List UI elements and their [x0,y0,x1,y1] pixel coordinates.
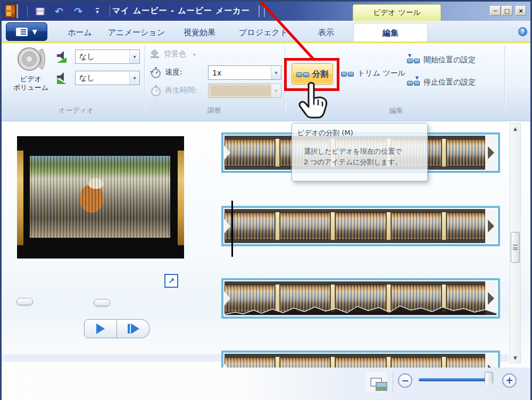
timeline-clip-row[interactable] [221,206,500,246]
background-color-button[interactable]: 背景色 ▾ [149,49,196,59]
ribbon-tab-row: ▼ ホーム アニメーション 視覚効果 プロジェクト 表示 編集 ? [2,21,530,43]
chevron-down-icon: ▾ [193,52,196,57]
film-thumbnail [391,212,442,240]
zoom-slider-track[interactable] [419,378,492,381]
clip-left-notch [225,364,230,368]
tab-project[interactable]: プロジェクト [235,23,292,43]
main-content: ↗ [2,121,530,368]
tab-visual-effects[interactable]: 視覚効果 [173,23,226,43]
film-thumbnail [280,212,330,240]
pictures-icon [370,378,382,387]
trim-tool-button[interactable]: トリム ツール [341,69,405,78]
qat-customize-button[interactable]: ▾ [90,5,104,18]
speaker-icon [16,46,45,72]
chevron-down-icon: ▾ [96,8,99,15]
fade-out-select[interactable]: なし ▾ [75,71,140,85]
tab-home[interactable]: ホーム [59,23,101,43]
slider-handle[interactable] [94,299,110,306]
tooltip-body: 選択したビデオを現在の位置で 2 つのアイテムに分割します。 [297,146,422,168]
group-label-audio: オーディオ [34,106,119,115]
clip-left-notch [225,219,230,233]
playback-controls [84,319,150,338]
zoom-slider-thumb[interactable] [485,372,493,388]
help-button[interactable]: ? [518,27,527,36]
film-thumbnail [335,357,386,368]
film-thumbnail [335,212,386,240]
vertical-scrollbar[interactable]: ▲ ▼ [510,123,521,363]
group-separator [504,46,505,114]
tab-view[interactable]: 表示 [306,23,346,43]
timeline-clip-row[interactable] [221,278,500,319]
tab-animation[interactable]: アニメーション [106,23,167,43]
slider-handle[interactable] [16,298,33,305]
tooltip-title: ビデオの分割 (M) [297,128,422,138]
duration-select: ▾ [208,84,281,98]
chevron-down-icon[interactable]: ▾ [271,66,281,79]
zoom-in-button[interactable]: + [502,373,517,388]
separator [393,372,393,392]
window-controls: ─ □ × [490,6,526,15]
fade-out-icon [56,71,72,85]
clip-right-cap [485,136,497,170]
separator [259,5,265,17]
film-thumbnail [225,139,275,166]
app-icon[interactable] [5,4,15,18]
save-icon [36,7,45,15]
film-edge-left [17,151,23,245]
playhead[interactable] [231,201,233,257]
set-stop-point-button[interactable]: ▼ 停止位置の設定 [407,78,476,87]
grip-icon [513,245,518,250]
clip-right-cap [485,354,497,368]
save-button[interactable] [33,5,47,18]
film-thumbnail [280,357,330,368]
video-frame-image [30,156,170,238]
contextual-tab-group-video-tools: ビデオ ツール [353,4,441,21]
group-label-edit: 編集 [359,106,434,115]
chevron-down-icon[interactable]: ▾ [129,50,139,63]
window-title: マイ ムービー - ムービー メーカー [112,6,250,16]
trim-icon [341,70,354,77]
duration-stopwatch-icon [149,85,161,96]
next-frame-icon [131,323,139,334]
status-bar: − + [2,368,530,400]
fade-in-value: なし [76,52,129,62]
scrollbar-thumb[interactable] [511,232,520,263]
application-menu-button[interactable]: ▼ [6,22,47,41]
scroll-down-button[interactable]: ▼ [510,353,520,363]
redo-icon: ↷ [74,5,82,17]
undo-button[interactable]: ↶ [52,5,66,18]
video-volume-button[interactable]: ビデオ ボリューム [8,46,54,102]
close-button[interactable]: × [516,6,526,15]
chevron-down-icon[interactable]: ▾ [129,71,139,85]
maximize-button[interactable]: □ [502,6,512,15]
set-start-point-button[interactable]: ▼ 開始位置の設定 [407,55,476,65]
tab-edit-active[interactable]: 編集 [353,23,428,43]
separator [27,5,28,17]
play-button[interactable] [84,319,117,338]
video-volume-label: ビデオ ボリューム [13,75,48,93]
film-edge-right [178,151,184,245]
next-frame-bar [128,324,130,334]
speed-select[interactable]: 1x ▾ [208,65,281,80]
title-bar: ↶ ↷ ▾ マイ ムービー - ムービー メーカー ─ □ × [2,2,530,21]
scroll-up-button[interactable]: ▲ [510,123,520,134]
group-label-adjust: 調整 [177,106,252,115]
video-preview [17,136,184,259]
redo-button[interactable]: ↷ [71,5,85,18]
thumbnail-size-button[interactable] [365,371,387,393]
next-frame-button[interactable] [117,319,150,338]
app-icon-strip [16,4,18,18]
film-thumbnail [391,357,442,368]
zoom-out-button[interactable]: − [398,373,412,388]
hand-cursor-icon [295,81,328,120]
contextual-highlight-line [2,41,530,43]
timeline-clip-row[interactable] [221,351,500,368]
minimize-button[interactable]: ─ [490,6,501,15]
separator [110,5,110,17]
app-window: ↶ ↷ ▾ マイ ムービー - ムービー メーカー ─ □ × ビデオ ツール … [0,0,532,400]
fade-in-select[interactable]: なし ▾ [75,49,140,64]
split-tooltip: ビデオの分割 (M) 選択したビデオを現在の位置で 2 つのアイテムに分割します… [292,123,428,181]
play-icon [96,323,105,334]
paint-bucket-icon [149,49,160,59]
fullscreen-preview-button[interactable]: ↗ [164,274,178,288]
